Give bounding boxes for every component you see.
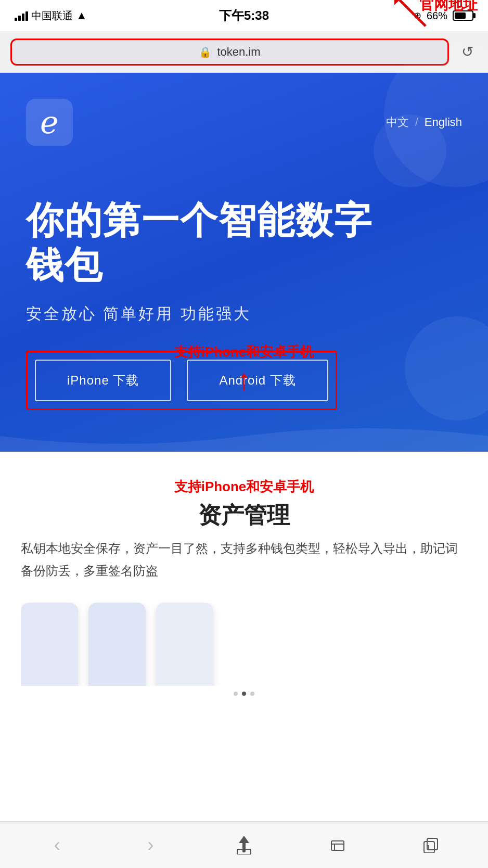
language-switcher[interactable]: 中文 / English bbox=[386, 114, 462, 130]
back-button[interactable]: ‹ bbox=[42, 829, 73, 861]
browser-bar: 🔒 token.im ↺ bbox=[0, 31, 488, 73]
hero-header: ℯ 中文 / English bbox=[26, 99, 462, 146]
status-left: 中国联通 ▲ bbox=[15, 9, 87, 23]
svg-rect-2 bbox=[242, 842, 246, 852]
signal-icon bbox=[15, 10, 28, 21]
dot-1 bbox=[234, 692, 238, 696]
bookmarks-button[interactable] bbox=[322, 829, 353, 861]
lang-english[interactable]: English bbox=[425, 116, 462, 129]
page-dot-indicator bbox=[21, 686, 467, 701]
forward-button[interactable]: › bbox=[135, 829, 166, 861]
annotation-label-top: 官网地址 bbox=[419, 0, 478, 15]
url-bar[interactable]: 🔒 token.im bbox=[10, 39, 449, 66]
wifi-icon: ▲ bbox=[76, 9, 87, 22]
features-description: 私钥本地安全保存，资产一目了然，支持多种钱包类型，轻松导入导出，助记词备份防丢，… bbox=[21, 537, 467, 582]
svg-rect-5 bbox=[331, 841, 344, 850]
screenshot-thumb-3 bbox=[156, 603, 213, 686]
hero-subtitle: 安全放心 简单好用 功能强大 bbox=[26, 303, 462, 325]
red-up-arrow-icon: ↑ bbox=[174, 365, 314, 394]
url-text: token.im bbox=[217, 45, 260, 59]
screenshot-thumb-2 bbox=[88, 603, 146, 686]
screenshot-strip bbox=[21, 603, 467, 686]
features-section: 支持iPhone和安卓手机 资产管理 私钥本地安全保存，资产一目了然，支持多种钱… bbox=[0, 452, 488, 722]
brand-logo-icon: ℯ bbox=[40, 104, 59, 141]
annotation-phones-text: 支持iPhone和安卓手机 bbox=[174, 343, 314, 361]
features-subtitle-red: 支持iPhone和安卓手机 bbox=[174, 479, 314, 494]
tabs-button[interactable]: 1 bbox=[415, 829, 446, 861]
dot-2 bbox=[242, 692, 246, 696]
lock-icon: 🔒 bbox=[199, 46, 212, 58]
lang-divider: / bbox=[415, 116, 418, 129]
hero-wave bbox=[0, 420, 488, 452]
carrier-name: 中国联通 bbox=[31, 9, 73, 23]
share-button[interactable] bbox=[228, 829, 260, 861]
lang-chinese[interactable]: 中文 bbox=[386, 114, 409, 130]
reload-button[interactable]: ↺ bbox=[457, 41, 478, 62]
svg-text:1: 1 bbox=[427, 844, 430, 851]
status-time: 下午5:38 bbox=[219, 7, 269, 24]
up-arrow-annotation: 支持iPhone和安卓手机 ↑ bbox=[174, 343, 314, 394]
hero-title: 你的第一个智能数字钱包 bbox=[26, 198, 462, 288]
iphone-download-button[interactable]: iPhone 下载 bbox=[35, 360, 171, 401]
logo-container: ℯ bbox=[26, 99, 73, 146]
bottom-nav[interactable]: ‹ › 1 bbox=[0, 821, 488, 868]
dot-3 bbox=[250, 692, 254, 696]
svg-marker-3 bbox=[239, 836, 249, 843]
hero-section: ℯ 中文 / English 你的第一个智能数字钱包 安全放心 简单好用 功能强… bbox=[0, 73, 488, 452]
screenshot-thumb-1 bbox=[21, 603, 78, 686]
features-title: 资产管理 bbox=[21, 500, 467, 531]
